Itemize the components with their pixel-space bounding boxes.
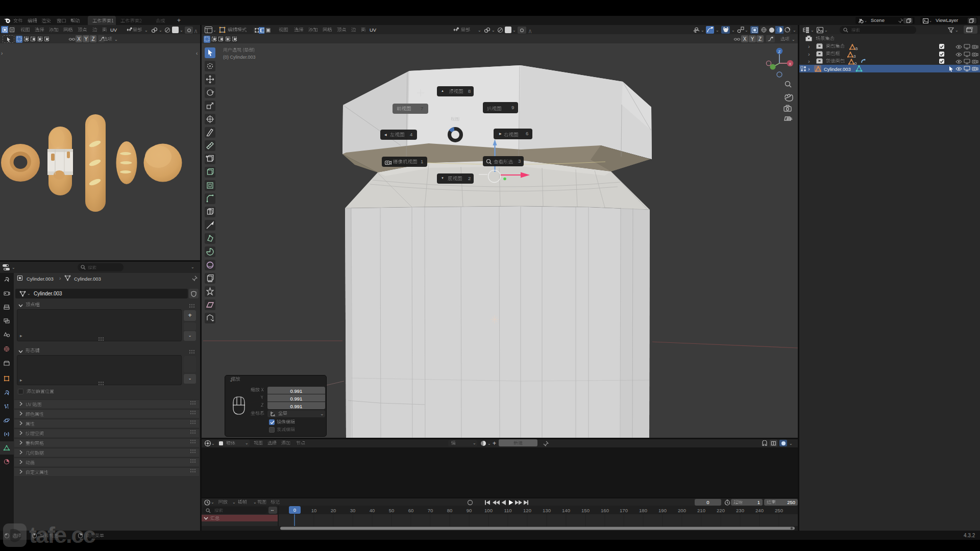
svg-text:Z: Z [778, 49, 781, 54]
svg-text:›: › [1, 51, 3, 56]
svg-text:X: X [789, 62, 792, 66]
svg-text:‹: ‹ [196, 51, 198, 56]
